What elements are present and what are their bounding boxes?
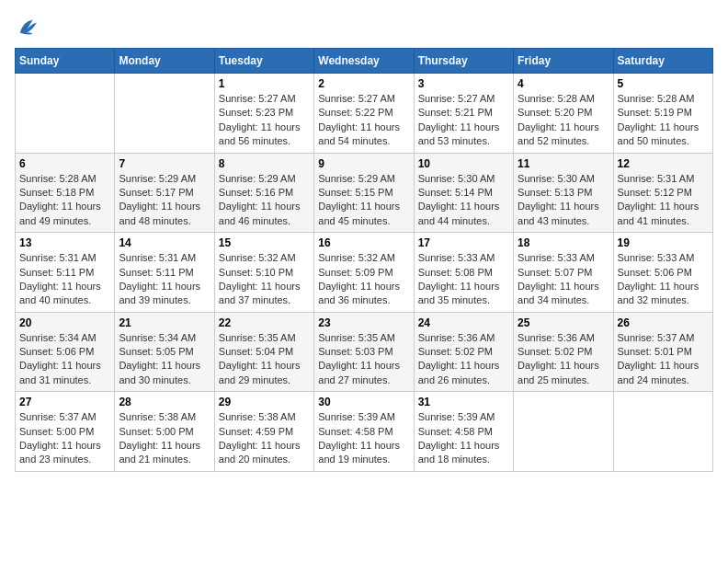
day-info: Sunrise: 5:35 AMSunset: 5:04 PMDaylight:… <box>219 331 310 388</box>
day-info: Sunrise: 5:27 AMSunset: 5:22 PMDaylight:… <box>318 92 409 149</box>
day-number: 22 <box>219 316 310 329</box>
header-row: SundayMondayTuesdayWednesdayThursdayFrid… <box>16 49 713 74</box>
calendar-cell: 19Sunrise: 5:33 AMSunset: 5:06 PMDayligh… <box>613 233 712 313</box>
day-info: Sunrise: 5:29 AMSunset: 5:17 PMDaylight:… <box>119 172 210 229</box>
calendar-cell: 28Sunrise: 5:38 AMSunset: 5:00 PMDayligh… <box>115 392 214 472</box>
day-number: 24 <box>418 316 509 329</box>
day-number: 14 <box>119 236 210 249</box>
calendar-cell: 7Sunrise: 5:29 AMSunset: 5:17 PMDaylight… <box>115 153 214 233</box>
day-number: 11 <box>518 157 609 170</box>
day-number: 1 <box>219 77 310 90</box>
day-number: 30 <box>318 396 409 408</box>
day-number: 13 <box>19 236 110 249</box>
column-header-thursday: Thursday <box>414 49 513 74</box>
day-info: Sunrise: 5:38 AMSunset: 5:00 PMDaylight:… <box>119 410 210 467</box>
calendar-week-1: 1Sunrise: 5:27 AMSunset: 5:23 PMDaylight… <box>16 74 713 154</box>
day-info: Sunrise: 5:32 AMSunset: 5:09 PMDaylight:… <box>318 251 409 308</box>
day-info: Sunrise: 5:27 AMSunset: 5:21 PMDaylight:… <box>418 92 509 149</box>
day-number: 4 <box>518 77 609 90</box>
day-number: 12 <box>618 157 709 170</box>
calendar-cell: 31Sunrise: 5:39 AMSunset: 4:58 PMDayligh… <box>414 392 513 472</box>
calendar-cell: 23Sunrise: 5:35 AMSunset: 5:03 PMDayligh… <box>314 312 414 392</box>
calendar-week-2: 6Sunrise: 5:28 AMSunset: 5:18 PMDaylight… <box>16 153 713 233</box>
calendar-cell <box>115 74 214 154</box>
calendar-cell: 16Sunrise: 5:32 AMSunset: 5:09 PMDayligh… <box>314 233 414 313</box>
day-number: 26 <box>618 316 709 329</box>
calendar-cell: 3Sunrise: 5:27 AMSunset: 5:21 PMDaylight… <box>414 74 513 154</box>
column-header-sunday: Sunday <box>16 49 115 74</box>
calendar-cell: 10Sunrise: 5:30 AMSunset: 5:14 PMDayligh… <box>414 153 513 233</box>
day-number: 10 <box>418 157 509 170</box>
day-info: Sunrise: 5:39 AMSunset: 4:58 PMDaylight:… <box>318 410 409 467</box>
calendar-cell <box>514 392 613 472</box>
calendar-week-3: 13Sunrise: 5:31 AMSunset: 5:11 PMDayligh… <box>16 233 713 313</box>
day-number: 17 <box>418 236 509 249</box>
calendar-cell: 15Sunrise: 5:32 AMSunset: 5:10 PMDayligh… <box>214 233 313 313</box>
day-info: Sunrise: 5:30 AMSunset: 5:13 PMDaylight:… <box>518 172 609 229</box>
day-number: 19 <box>618 236 709 249</box>
calendar-cell: 29Sunrise: 5:38 AMSunset: 4:59 PMDayligh… <box>214 392 313 472</box>
column-header-tuesday: Tuesday <box>214 49 313 74</box>
day-number: 28 <box>119 396 210 408</box>
day-number: 15 <box>219 236 310 249</box>
day-info: Sunrise: 5:29 AMSunset: 5:16 PMDaylight:… <box>219 172 310 229</box>
day-number: 31 <box>418 396 509 408</box>
day-info: Sunrise: 5:28 AMSunset: 5:19 PMDaylight:… <box>618 92 709 149</box>
day-info: Sunrise: 5:28 AMSunset: 5:18 PMDaylight:… <box>19 172 110 229</box>
column-header-wednesday: Wednesday <box>314 49 414 74</box>
day-number: 7 <box>119 157 210 170</box>
logo-bird-icon <box>15 15 40 40</box>
calendar-body: 1Sunrise: 5:27 AMSunset: 5:23 PMDaylight… <box>16 74 713 472</box>
day-info: Sunrise: 5:32 AMSunset: 5:10 PMDaylight:… <box>219 251 310 308</box>
calendar-cell: 22Sunrise: 5:35 AMSunset: 5:04 PMDayligh… <box>214 312 313 392</box>
day-info: Sunrise: 5:29 AMSunset: 5:15 PMDaylight:… <box>318 172 409 229</box>
day-number: 23 <box>318 316 409 329</box>
calendar-cell: 2Sunrise: 5:27 AMSunset: 5:22 PMDaylight… <box>314 74 414 154</box>
calendar-cell: 21Sunrise: 5:34 AMSunset: 5:05 PMDayligh… <box>115 312 214 392</box>
calendar-cell: 14Sunrise: 5:31 AMSunset: 5:11 PMDayligh… <box>115 233 214 313</box>
calendar-cell: 12Sunrise: 5:31 AMSunset: 5:12 PMDayligh… <box>613 153 712 233</box>
calendar-cell: 18Sunrise: 5:33 AMSunset: 5:07 PMDayligh… <box>514 233 613 313</box>
column-header-monday: Monday <box>115 49 214 74</box>
day-number: 5 <box>618 77 709 90</box>
day-number: 16 <box>318 236 409 249</box>
calendar-cell: 4Sunrise: 5:28 AMSunset: 5:20 PMDaylight… <box>514 74 613 154</box>
calendar-cell: 5Sunrise: 5:28 AMSunset: 5:19 PMDaylight… <box>613 74 712 154</box>
calendar-cell: 1Sunrise: 5:27 AMSunset: 5:23 PMDaylight… <box>214 74 313 154</box>
column-header-friday: Friday <box>514 49 613 74</box>
day-info: Sunrise: 5:33 AMSunset: 5:08 PMDaylight:… <box>418 251 509 308</box>
day-number: 29 <box>219 396 310 408</box>
calendar-cell: 20Sunrise: 5:34 AMSunset: 5:06 PMDayligh… <box>16 312 115 392</box>
column-header-saturday: Saturday <box>613 49 712 74</box>
day-number: 9 <box>318 157 409 170</box>
logo <box>15 15 44 40</box>
day-info: Sunrise: 5:36 AMSunset: 5:02 PMDaylight:… <box>418 331 509 388</box>
calendar-week-4: 20Sunrise: 5:34 AMSunset: 5:06 PMDayligh… <box>16 312 713 392</box>
day-info: Sunrise: 5:33 AMSunset: 5:06 PMDaylight:… <box>618 251 709 308</box>
day-number: 27 <box>19 396 110 408</box>
day-info: Sunrise: 5:37 AMSunset: 5:00 PMDaylight:… <box>19 410 110 467</box>
day-number: 25 <box>518 316 609 329</box>
day-info: Sunrise: 5:34 AMSunset: 5:05 PMDaylight:… <box>119 331 210 388</box>
calendar-cell: 27Sunrise: 5:37 AMSunset: 5:00 PMDayligh… <box>16 392 115 472</box>
day-info: Sunrise: 5:35 AMSunset: 5:03 PMDaylight:… <box>318 331 409 388</box>
calendar-cell <box>16 74 115 154</box>
calendar-cell: 17Sunrise: 5:33 AMSunset: 5:08 PMDayligh… <box>414 233 513 313</box>
day-info: Sunrise: 5:27 AMSunset: 5:23 PMDaylight:… <box>219 92 310 149</box>
calendar-cell: 13Sunrise: 5:31 AMSunset: 5:11 PMDayligh… <box>16 233 115 313</box>
calendar-cell: 11Sunrise: 5:30 AMSunset: 5:13 PMDayligh… <box>514 153 613 233</box>
calendar-cell <box>613 392 712 472</box>
day-info: Sunrise: 5:34 AMSunset: 5:06 PMDaylight:… <box>19 331 110 388</box>
day-number: 21 <box>119 316 210 329</box>
day-number: 3 <box>418 77 509 90</box>
calendar-cell: 9Sunrise: 5:29 AMSunset: 5:15 PMDaylight… <box>314 153 414 233</box>
calendar-cell: 26Sunrise: 5:37 AMSunset: 5:01 PMDayligh… <box>613 312 712 392</box>
day-info: Sunrise: 5:38 AMSunset: 4:59 PMDaylight:… <box>219 410 310 467</box>
calendar-table: SundayMondayTuesdayWednesdayThursdayFrid… <box>15 48 713 472</box>
day-info: Sunrise: 5:28 AMSunset: 5:20 PMDaylight:… <box>518 92 609 149</box>
day-number: 18 <box>518 236 609 249</box>
calendar-cell: 8Sunrise: 5:29 AMSunset: 5:16 PMDaylight… <box>214 153 313 233</box>
day-info: Sunrise: 5:36 AMSunset: 5:02 PMDaylight:… <box>518 331 609 388</box>
calendar-header: SundayMondayTuesdayWednesdayThursdayFrid… <box>16 49 713 74</box>
day-info: Sunrise: 5:31 AMSunset: 5:11 PMDaylight:… <box>19 251 110 308</box>
